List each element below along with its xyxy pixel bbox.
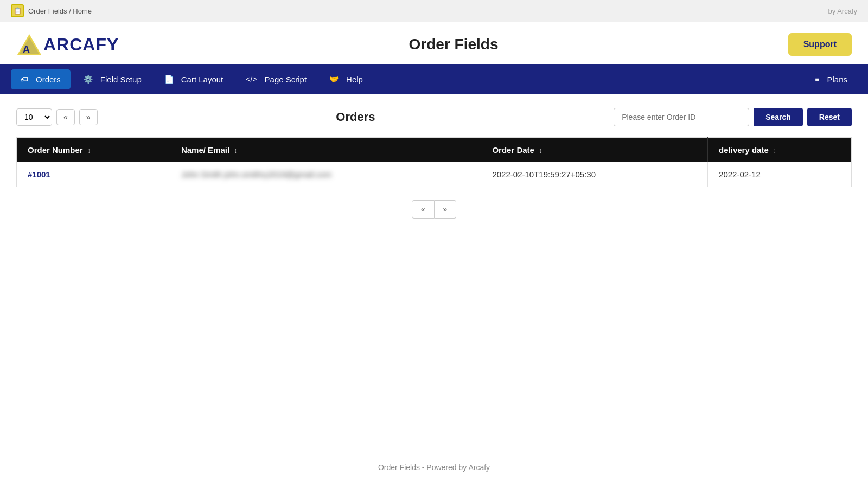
footer-text: Order Fields - Powered by Arcafy	[378, 463, 490, 472]
nav-item-orders[interactable]: 🏷 Orders	[11, 69, 71, 89]
bottom-prev-page-button[interactable]: «	[412, 200, 435, 219]
col-order-number-label: Order Number	[28, 145, 83, 155]
col-delivery-date[interactable]: delivery date ↕	[708, 138, 852, 163]
sort-icon-delivery-date: ↕	[773, 147, 776, 155]
breadcrumb-icon: 📋	[11, 4, 24, 17]
table-header-row: Order Number ↕ Name/ Email ↕ Order Date …	[17, 138, 852, 163]
nav-item-field-setup[interactable]: ⚙️ Field Setup	[74, 69, 151, 89]
next-page-button-top[interactable]: »	[79, 109, 98, 125]
table-header: Order Number ↕ Name/ Email ↕ Order Date …	[17, 138, 852, 163]
nav-items: 🏷 Orders ⚙️ Field Setup 📄 Cart Layout </…	[11, 69, 373, 89]
nav-item-help[interactable]: 🤝 Help	[320, 69, 373, 89]
nav-label-plans: Plans	[827, 75, 847, 84]
main-header: A ARCAFY Order Fields Support	[0, 22, 868, 64]
logo-text: ARCAFY	[43, 35, 119, 55]
cell-name-email: John Smith john.smithry2019@gmail.com	[170, 162, 481, 187]
col-order-number[interactable]: Order Number ↕	[17, 138, 170, 163]
blurred-name-email: John Smith john.smithry2019@gmail.com	[181, 170, 331, 179]
nav-item-page-script[interactable]: </> Page Script	[236, 69, 316, 89]
table-body: #1001 John Smith john.smithry2019@gmail.…	[17, 162, 852, 187]
cell-order-number: #1001	[17, 162, 170, 187]
nav-item-cart-layout[interactable]: 📄 Cart Layout	[155, 69, 233, 89]
orders-icon: 🏷	[21, 75, 28, 84]
nav-item-plans[interactable]: ≡ Plans	[805, 69, 857, 89]
reset-button[interactable]: Reset	[807, 108, 852, 126]
nav-label-orders: Orders	[36, 75, 61, 84]
orders-section-title: Orders	[336, 110, 375, 124]
support-button[interactable]: Support	[788, 33, 852, 56]
nav-bar: 🏷 Orders ⚙️ Field Setup 📄 Cart Layout </…	[0, 64, 868, 94]
col-name-email[interactable]: Name/ Email ↕	[170, 138, 481, 163]
nav-plans[interactable]: ≡ Plans	[805, 69, 857, 89]
by-arcafy-text: by Arcafy	[828, 7, 857, 15]
field-setup-icon: ⚙️	[84, 75, 93, 84]
toolbar-left: 10 25 50 100 « »	[16, 108, 98, 126]
col-order-date[interactable]: Order Date ↕	[481, 138, 708, 163]
logo: A ARCAFY	[16, 33, 119, 56]
sort-icon-name-email: ↕	[234, 147, 237, 155]
cell-order-date: 2022-02-10T19:59:27+05:30	[481, 162, 708, 187]
col-delivery-date-label: delivery date	[719, 145, 769, 155]
svg-text:A: A	[23, 44, 30, 55]
top-bar: 📋 Order Fields / Home by Arcafy	[0, 0, 868, 22]
orders-table: Order Number ↕ Name/ Email ↕ Order Date …	[16, 137, 852, 187]
per-page-select[interactable]: 10 25 50 100	[16, 108, 52, 126]
orders-toolbar: 10 25 50 100 « » Orders Search Reset	[16, 108, 852, 126]
table-row: #1001 John Smith john.smithry2019@gmail.…	[17, 162, 852, 187]
col-order-date-label: Order Date	[492, 145, 534, 155]
nav-label-help: Help	[346, 75, 363, 84]
page-script-icon: </>	[246, 75, 257, 84]
breadcrumb: Order Fields / Home	[28, 7, 92, 15]
col-name-email-label: Name/ Email	[181, 145, 229, 155]
order-number-link[interactable]: #1001	[28, 170, 50, 179]
sort-icon-order-number: ↕	[87, 147, 91, 155]
bottom-next-page-button[interactable]: »	[435, 200, 457, 219]
plans-icon: ≡	[815, 75, 819, 84]
nav-label-page-script: Page Script	[265, 75, 307, 84]
prev-page-button-top[interactable]: «	[56, 109, 75, 125]
bottom-pagination: « »	[16, 200, 852, 219]
sort-icon-order-date: ↕	[539, 147, 542, 155]
nav-label-cart-layout: Cart Layout	[181, 75, 224, 84]
content-area: 10 25 50 100 « » Orders Search Reset Ord…	[0, 94, 868, 447]
help-icon: 🤝	[329, 75, 339, 84]
cart-layout-icon: 📄	[164, 75, 174, 84]
footer: Order Fields - Powered by Arcafy	[0, 447, 868, 488]
order-id-search-input[interactable]	[614, 108, 749, 126]
toolbar-right: Search Reset	[614, 108, 852, 126]
nav-label-field-setup: Field Setup	[100, 75, 142, 84]
breadcrumb-area: 📋 Order Fields / Home	[11, 4, 92, 17]
page-title: Order Fields	[119, 36, 788, 53]
logo-icon: A	[16, 33, 42, 56]
search-button[interactable]: Search	[754, 108, 803, 126]
cell-delivery-date: 2022-02-12	[708, 162, 852, 187]
